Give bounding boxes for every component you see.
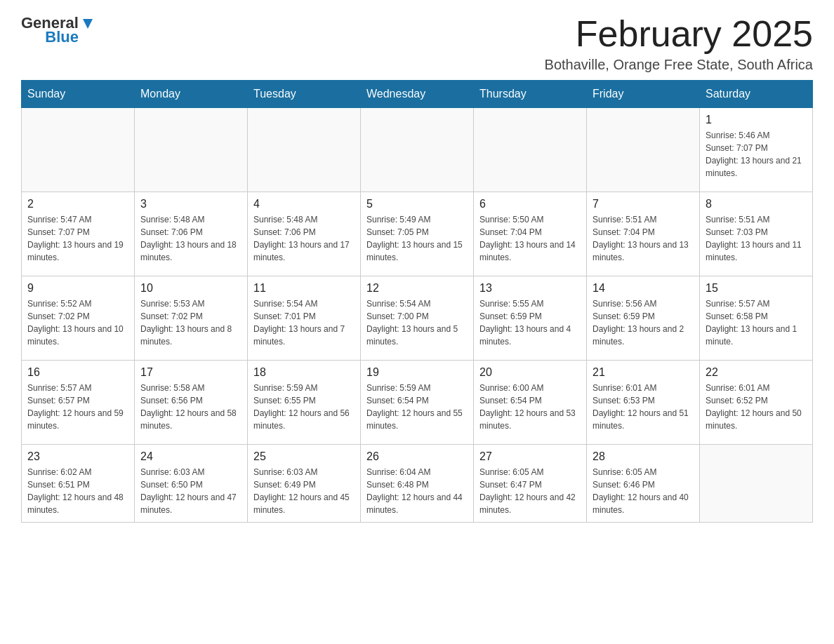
calendar-cell: 1Sunrise: 5:46 AMSunset: 7:07 PMDaylight… (700, 108, 813, 192)
day-info: Sunrise: 6:05 AMSunset: 6:46 PMDaylight:… (593, 466, 694, 516)
day-number: 18 (253, 366, 355, 379)
calendar-week-4: 23Sunrise: 6:02 AMSunset: 6:51 PMDayligh… (22, 445, 813, 523)
calendar-cell: 11Sunrise: 5:54 AMSunset: 7:01 PMDayligh… (248, 276, 361, 361)
calendar-cell: 10Sunrise: 5:53 AMSunset: 7:02 PMDayligh… (135, 276, 248, 361)
day-info: Sunrise: 6:00 AMSunset: 6:54 PMDaylight:… (479, 382, 581, 432)
calendar-cell: 5Sunrise: 5:49 AMSunset: 7:05 PMDaylight… (361, 192, 474, 276)
day-info: Sunrise: 5:53 AMSunset: 7:02 PMDaylight:… (140, 297, 241, 348)
day-info: Sunrise: 5:46 AMSunset: 7:07 PMDaylight:… (706, 129, 807, 180)
day-info: Sunrise: 6:01 AMSunset: 6:53 PMDaylight:… (593, 382, 694, 432)
calendar-cell: 6Sunrise: 5:50 AMSunset: 7:04 PMDaylight… (474, 192, 587, 276)
day-number: 28 (593, 450, 694, 463)
day-number: 26 (366, 450, 468, 463)
calendar-cell: 25Sunrise: 6:03 AMSunset: 6:49 PMDayligh… (248, 445, 361, 523)
calendar-cell: 7Sunrise: 5:51 AMSunset: 7:04 PMDaylight… (587, 192, 700, 276)
header-row: Sunday Monday Tuesday Wednesday Thursday… (22, 81, 813, 108)
logo-triangle-icon (80, 16, 95, 32)
day-info: Sunrise: 6:03 AMSunset: 6:50 PMDaylight:… (140, 466, 241, 516)
calendar-cell (248, 108, 361, 192)
calendar-week-2: 9Sunrise: 5:52 AMSunset: 7:02 PMDaylight… (22, 276, 813, 361)
page-header: General Blue February 2025 Bothaville, O… (21, 14, 813, 73)
calendar-table: Sunday Monday Tuesday Wednesday Thursday… (21, 80, 813, 523)
logo-blue: Blue (45, 28, 79, 46)
calendar-cell: 12Sunrise: 5:54 AMSunset: 7:00 PMDayligh… (361, 276, 474, 361)
day-number: 17 (140, 366, 241, 379)
day-info: Sunrise: 5:54 AMSunset: 7:01 PMDaylight:… (253, 297, 355, 348)
day-number: 24 (140, 450, 241, 463)
calendar-cell: 20Sunrise: 6:00 AMSunset: 6:54 PMDayligh… (474, 361, 587, 445)
calendar-week-1: 2Sunrise: 5:47 AMSunset: 7:07 PMDaylight… (22, 192, 813, 276)
day-info: Sunrise: 5:58 AMSunset: 6:56 PMDaylight:… (140, 382, 241, 432)
calendar-header: Sunday Monday Tuesday Wednesday Thursday… (22, 81, 813, 108)
day-info: Sunrise: 5:57 AMSunset: 6:57 PMDaylight:… (27, 382, 128, 432)
day-number: 9 (27, 282, 128, 295)
day-info: Sunrise: 5:47 AMSunset: 7:07 PMDaylight:… (27, 213, 128, 264)
day-number: 12 (366, 282, 468, 295)
day-info: Sunrise: 5:59 AMSunset: 6:55 PMDaylight:… (253, 382, 355, 432)
day-info: Sunrise: 5:50 AMSunset: 7:04 PMDaylight:… (479, 213, 581, 264)
month-title: February 2025 (545, 14, 813, 54)
day-info: Sunrise: 5:51 AMSunset: 7:03 PMDaylight:… (706, 213, 807, 264)
day-number: 13 (479, 282, 581, 295)
day-info: Sunrise: 5:49 AMSunset: 7:05 PMDaylight:… (366, 213, 468, 264)
calendar-cell: 2Sunrise: 5:47 AMSunset: 7:07 PMDaylight… (22, 192, 135, 276)
day-number: 6 (479, 198, 581, 210)
calendar-week-0: 1Sunrise: 5:46 AMSunset: 7:07 PMDaylight… (22, 108, 813, 192)
calendar-cell: 26Sunrise: 6:04 AMSunset: 6:48 PMDayligh… (361, 445, 474, 523)
day-info: Sunrise: 5:48 AMSunset: 7:06 PMDaylight:… (253, 213, 355, 264)
day-number: 7 (593, 198, 694, 210)
header-wednesday: Wednesday (361, 81, 474, 108)
calendar-cell: 17Sunrise: 5:58 AMSunset: 6:56 PMDayligh… (135, 361, 248, 445)
calendar-cell: 4Sunrise: 5:48 AMSunset: 7:06 PMDaylight… (248, 192, 361, 276)
day-info: Sunrise: 5:56 AMSunset: 6:59 PMDaylight:… (593, 297, 694, 348)
header-saturday: Saturday (700, 81, 813, 108)
header-tuesday: Tuesday (248, 81, 361, 108)
calendar-cell: 14Sunrise: 5:56 AMSunset: 6:59 PMDayligh… (587, 276, 700, 361)
calendar-cell: 18Sunrise: 5:59 AMSunset: 6:55 PMDayligh… (248, 361, 361, 445)
day-number: 16 (27, 366, 128, 379)
calendar-week-3: 16Sunrise: 5:57 AMSunset: 6:57 PMDayligh… (22, 361, 813, 445)
calendar-cell: 21Sunrise: 6:01 AMSunset: 6:53 PMDayligh… (587, 361, 700, 445)
calendar-cell (587, 108, 700, 192)
day-info: Sunrise: 6:01 AMSunset: 6:52 PMDaylight:… (706, 382, 807, 432)
calendar-cell: 13Sunrise: 5:55 AMSunset: 6:59 PMDayligh… (474, 276, 587, 361)
calendar-cell: 23Sunrise: 6:02 AMSunset: 6:51 PMDayligh… (22, 445, 135, 523)
calendar-cell: 16Sunrise: 5:57 AMSunset: 6:57 PMDayligh… (22, 361, 135, 445)
day-number: 5 (366, 198, 468, 210)
day-number: 23 (27, 450, 128, 463)
header-sunday: Sunday (22, 81, 135, 108)
day-number: 21 (593, 366, 694, 379)
calendar-cell: 28Sunrise: 6:05 AMSunset: 6:46 PMDayligh… (587, 445, 700, 523)
calendar-cell: 9Sunrise: 5:52 AMSunset: 7:02 PMDaylight… (22, 276, 135, 361)
header-thursday: Thursday (474, 81, 587, 108)
day-info: Sunrise: 5:55 AMSunset: 6:59 PMDaylight:… (479, 297, 581, 348)
calendar-cell: 22Sunrise: 6:01 AMSunset: 6:52 PMDayligh… (700, 361, 813, 445)
calendar-cell: 19Sunrise: 5:59 AMSunset: 6:54 PMDayligh… (361, 361, 474, 445)
calendar-cell (22, 108, 135, 192)
calendar-cell (135, 108, 248, 192)
header-monday: Monday (135, 81, 248, 108)
calendar-cell: 15Sunrise: 5:57 AMSunset: 6:58 PMDayligh… (700, 276, 813, 361)
logo: General Blue (21, 14, 95, 46)
day-number: 11 (253, 282, 355, 295)
day-info: Sunrise: 6:02 AMSunset: 6:51 PMDaylight:… (27, 466, 128, 516)
calendar-cell (474, 108, 587, 192)
location-title: Bothaville, Orange Free State, South Afr… (545, 57, 813, 73)
day-info: Sunrise: 5:48 AMSunset: 7:06 PMDaylight:… (140, 213, 241, 264)
day-number: 4 (253, 198, 355, 210)
calendar-cell (361, 108, 474, 192)
day-info: Sunrise: 5:54 AMSunset: 7:00 PMDaylight:… (366, 297, 468, 348)
day-number: 15 (706, 282, 807, 295)
day-number: 3 (140, 198, 241, 210)
day-info: Sunrise: 6:04 AMSunset: 6:48 PMDaylight:… (366, 466, 468, 516)
calendar-cell (700, 445, 813, 523)
day-number: 10 (140, 282, 241, 295)
day-number: 2 (27, 198, 128, 210)
calendar-cell: 8Sunrise: 5:51 AMSunset: 7:03 PMDaylight… (700, 192, 813, 276)
title-section: February 2025 Bothaville, Orange Free St… (545, 14, 813, 73)
day-number: 8 (706, 198, 807, 210)
day-number: 1 (706, 114, 807, 126)
day-number: 22 (706, 366, 807, 379)
day-info: Sunrise: 6:05 AMSunset: 6:47 PMDaylight:… (479, 466, 581, 516)
calendar-cell: 24Sunrise: 6:03 AMSunset: 6:50 PMDayligh… (135, 445, 248, 523)
